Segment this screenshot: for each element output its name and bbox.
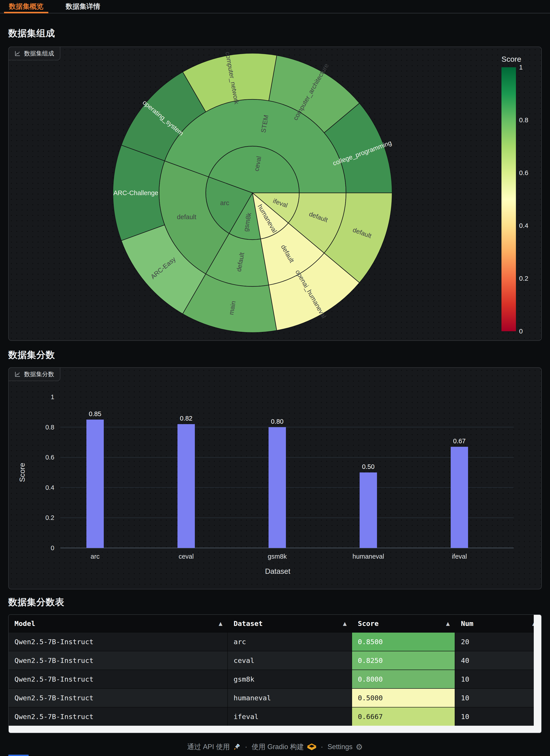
gear-icon: ⚙ [355, 742, 363, 752]
bar-humaneval[interactable] [360, 472, 377, 548]
bar-value-label: 0.80 [271, 418, 283, 425]
sunburst-label-ARC-Challenge: ARC-Challenge [113, 189, 158, 196]
table-row: Qwen2.5-7B-Instructhumaneval0.500010 [9, 689, 541, 707]
colorbar-tick: 0.8 [519, 116, 528, 124]
tab-bar: 数据集概览 数据集详情 [0, 0, 550, 13]
cell-score: 0.8250 [352, 651, 455, 670]
table-row: Qwen2.5-7B-Instructarc0.850020 [9, 633, 541, 651]
y-tick-label: 1 [51, 393, 54, 400]
bar-chart-panel: 数据集分数 00.20.40.60.810.85arc0.82ceval0.80… [8, 367, 542, 589]
settings-link[interactable]: Settings ⚙ [327, 742, 363, 752]
score-table: Model▲Dataset▲Score▲Num▲Qwen2.5-7B-Instr… [8, 614, 542, 733]
cell-score: 0.8500 [352, 633, 455, 651]
colorbar-tick: 0 [519, 327, 523, 335]
x-tick-label-ceval: ceval [179, 553, 194, 560]
section-title-score-table: 数据集分数表 [8, 596, 64, 608]
bar-panel-label: 数据集分数 [8, 367, 60, 381]
bar-ifeval[interactable] [451, 447, 468, 548]
sort-ascending-icon: ▲ [446, 621, 450, 626]
table-row: Qwen2.5-7B-Instructceval0.825040 [9, 651, 541, 670]
bar-arc[interactable] [86, 420, 104, 548]
x-tick-label-ifeval: ifeval [452, 553, 467, 560]
sort-ascending-icon: ▲ [343, 621, 347, 626]
y-tick-label: 0.2 [45, 514, 54, 521]
cell-dataset: humaneval [228, 689, 352, 707]
cell-score: 0.6667 [352, 707, 455, 726]
y-axis-title: Score [18, 463, 26, 482]
chart-icon [14, 51, 20, 57]
table-header-row: Model▲Dataset▲Score▲Num▲ [9, 615, 541, 633]
built-with-gradio-label: 使用 Gradio 构建 [252, 742, 304, 752]
column-header-model[interactable]: Model▲ [9, 615, 228, 633]
bar-value-label: 0.85 [89, 410, 101, 417]
sort-ascending-icon: ▲ [219, 621, 223, 626]
cell-num: 20 [455, 633, 541, 651]
chart-icon [14, 371, 20, 377]
y-tick-label: 0.4 [45, 484, 54, 491]
cell-dataset: ifeval [228, 707, 352, 726]
cell-model: Qwen2.5-7B-Instruct [9, 689, 228, 707]
x-axis-title: Dataset [265, 567, 290, 575]
tab-dataset-overview[interactable]: 数据集概览 [4, 0, 48, 13]
colorbar-tick: 0.2 [519, 275, 528, 282]
bar-value-label: 0.82 [180, 415, 193, 422]
cell-num: 10 [455, 670, 541, 689]
column-header-score[interactable]: Score▲ [352, 615, 455, 633]
y-tick-label: 0 [51, 544, 54, 552]
column-header-dataset[interactable]: Dataset▲ [228, 615, 352, 633]
gradio-logo-icon [307, 744, 316, 750]
bar-chart: 00.20.40.60.810.85arc0.82ceval0.80gsm8k0… [9, 368, 541, 589]
cell-model: Qwen2.5-7B-Instruct [9, 651, 228, 670]
vertical-scrollbar[interactable] [534, 615, 541, 733]
colorbar [501, 67, 516, 331]
sunburst-chart: cevalSTEMcollege_programmingcomputer_arc… [9, 47, 541, 340]
score-table-grid: Model▲Dataset▲Score▲Num▲Qwen2.5-7B-Instr… [9, 615, 541, 726]
use-via-api-label: 通过 API 使用 [187, 742, 230, 752]
cell-num: 10 [455, 707, 541, 726]
cell-dataset: ceval [228, 651, 352, 670]
colorbar-tick: 1 [519, 63, 523, 71]
colorbar-title: Score [501, 55, 521, 63]
partial-element [8, 755, 29, 756]
cell-model: Qwen2.5-7B-Instruct [9, 633, 228, 651]
footer-separator: · [321, 743, 323, 751]
y-tick-label: 0.8 [45, 424, 54, 431]
sunburst-label-arc: arc [220, 199, 229, 206]
y-tick-label: 0.6 [45, 454, 54, 461]
cell-model: Qwen2.5-7B-Instruct [9, 670, 228, 689]
cell-dataset: gsm8k [228, 670, 352, 689]
sunburst-panel-label-text: 数据集组成 [24, 49, 54, 57]
cell-dataset: arc [228, 633, 352, 651]
built-with-gradio-link[interactable]: 使用 Gradio 构建 [252, 742, 316, 752]
footer: 通过 API 使用 · 使用 Gradio 构建 · Settings ⚙ [0, 742, 550, 752]
table-row: Qwen2.5-7B-Instructgsm8k0.800010 [9, 670, 541, 689]
cell-num: 40 [455, 651, 541, 670]
x-tick-label-arc: arc [91, 553, 100, 560]
horizontal-scrollbar[interactable] [9, 726, 541, 733]
cell-num: 10 [455, 689, 541, 707]
colorbar-tick: 0.4 [519, 222, 528, 229]
section-title-scores: 数据集分数 [8, 349, 55, 361]
sunburst-panel: 数据集组成 cevalSTEMcollege_programmingcomput… [8, 47, 542, 341]
sunburst-label-default: default [177, 213, 196, 221]
rocket-icon [233, 743, 241, 751]
cell-score: 0.5000 [352, 689, 455, 707]
table-row: Qwen2.5-7B-Instructifeval0.666710 [9, 707, 541, 726]
tab-dataset-detail[interactable]: 数据集详情 [61, 0, 105, 13]
cell-score: 0.8000 [352, 670, 455, 689]
use-via-api-link[interactable]: 通过 API 使用 [187, 742, 241, 752]
settings-label: Settings [327, 743, 352, 751]
section-title-composition: 数据集组成 [8, 27, 55, 39]
bar-panel-label-text: 数据集分数 [24, 370, 54, 378]
bar-value-label: 0.50 [362, 463, 374, 470]
bar-gsm8k[interactable] [269, 427, 286, 548]
bar-value-label: 0.67 [453, 437, 466, 445]
column-header-num[interactable]: Num▲ [455, 615, 541, 633]
footer-separator: · [245, 743, 247, 751]
x-tick-label-humaneval: humaneval [352, 553, 384, 560]
sunburst-panel-label: 数据集组成 [8, 47, 60, 60]
x-tick-label-gsm8k: gsm8k [268, 553, 287, 560]
cell-model: Qwen2.5-7B-Instruct [9, 707, 228, 726]
colorbar-tick: 0.6 [519, 169, 528, 176]
bar-ceval[interactable] [178, 424, 195, 548]
